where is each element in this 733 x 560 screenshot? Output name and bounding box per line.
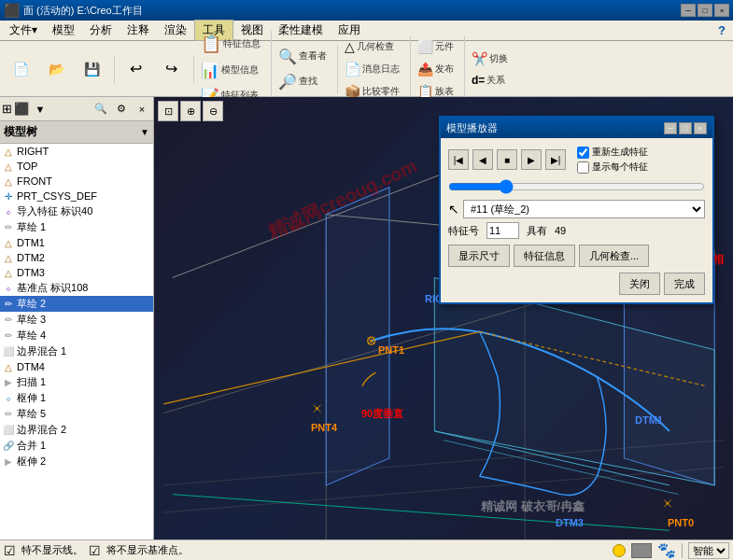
tree-item-label: 基准点 标识108	[17, 281, 88, 295]
close-done-buttons: 关闭 完成	[448, 273, 705, 295]
display-dim-button[interactable]: 显示尺寸	[448, 245, 510, 267]
left-panel: ⊞ ⬛ ▼ 🔍 ⚙ × 模型树 ▼ △ RIGHT △ TOP △	[0, 97, 154, 539]
help-icon[interactable]: ?	[712, 23, 731, 37]
element-button[interactable]: ⬜ 元件	[415, 36, 457, 57]
feature-info-button[interactable]: 📋 特征信息	[198, 31, 263, 57]
panel-search-btn[interactable]: 🔍	[92, 100, 110, 119]
slider-row	[448, 179, 705, 194]
close-button[interactable]: ×	[714, 4, 729, 17]
tree-item-dtm4[interactable]: △ DTM4	[0, 359, 153, 374]
tree-item-label: DTM4	[17, 361, 45, 372]
title-bar-left: ⬛ 面 (活动的) E:\Creo工作目	[4, 3, 143, 18]
open-button[interactable]: 📂	[39, 55, 73, 83]
feature-number-label: 特征号	[448, 224, 479, 238]
playback-controls: |◀ ◀ ■ ▶ ▶| 重新生成特征 显示每个特征	[448, 146, 705, 174]
feature-info-btn[interactable]: 特征信息	[514, 245, 575, 267]
tree-item-top[interactable]: △ TOP	[0, 159, 153, 174]
model-info-button[interactable]: 📊 模型信息	[198, 59, 263, 82]
tree-item-label: 边界混合 2	[17, 423, 66, 437]
each-feature-checkbox[interactable]	[577, 161, 589, 174]
tree-item-boundary2[interactable]: ⬜ 边界混合 2	[0, 422, 153, 438]
boundary1-icon: ⬜	[2, 345, 15, 358]
import-icon: ⬦	[2, 205, 15, 218]
zoom-out-button[interactable]: ⊖	[203, 101, 223, 121]
tree-item-front[interactable]: △ FRONT	[0, 174, 153, 189]
modal-minimize[interactable]: ─	[664, 122, 677, 134]
play-forward-button[interactable]: ▶	[521, 149, 542, 170]
tree-item-sketch4[interactable]: ✏ 草绘 4	[0, 328, 153, 343]
find-button[interactable]: 🔎 查找	[275, 70, 330, 93]
tree-item-merge1[interactable]: 🔗 合并 1	[0, 438, 153, 454]
tree-item-label: 枢伸 2	[17, 455, 46, 469]
done-button[interactable]: 完成	[664, 273, 705, 295]
modal-maximize[interactable]: □	[679, 122, 692, 134]
close-button[interactable]: 关闭	[619, 273, 660, 295]
dtm2-icon: △	[2, 251, 15, 264]
canvas-toolbar: ⊡ ⊕ ⊖	[158, 101, 223, 121]
panel-settings-btn[interactable]: ⚙	[112, 100, 131, 119]
tree-item-sweep1[interactable]: ▶ 扫描 1	[0, 374, 153, 390]
feature-dropdown[interactable]: #11 (草绘_2)	[463, 200, 705, 218]
relation-button[interactable]: d= 关系	[469, 71, 511, 90]
play-back-button[interactable]: ◀	[472, 149, 493, 170]
feature-slider[interactable]	[448, 179, 705, 194]
tree-item-extrude1[interactable]: ⬦ 枢伸 1	[0, 390, 153, 406]
tree-item-dtm3[interactable]: △ DTM3	[0, 265, 153, 280]
play-stop-button[interactable]: ■	[497, 149, 517, 170]
tree-item-prt-csys[interactable]: ✛ PRT_CSYS_DEF	[0, 189, 153, 203]
tree-item-sketch1[interactable]: ✏ 草绘 1	[0, 219, 153, 235]
menu-file[interactable]: 文件▾	[2, 21, 45, 40]
tree-item-extrude2[interactable]: ▶ 枢伸 2	[0, 454, 153, 469]
tree-item-sketch2[interactable]: ✏ 草绘 2	[0, 296, 153, 312]
geom-check-btn[interactable]: 几何检查...	[579, 245, 649, 267]
sketch-icon-2: ✏	[2, 298, 15, 311]
zoom-fit-button[interactable]: ⊡	[158, 101, 178, 121]
save-button[interactable]: 💾	[75, 55, 108, 83]
feature-number-input[interactable]	[486, 222, 519, 239]
sweep1-icon: ▶	[2, 376, 15, 389]
action-buttons: 显示尺寸 特征信息 几何检查...	[448, 245, 705, 267]
menu-render[interactable]: 渲染	[157, 21, 194, 40]
msg-log-button[interactable]: 📄 消息日志	[342, 59, 402, 79]
redo-button[interactable]: ↪	[154, 55, 188, 83]
tree-item-label: RIGHT	[17, 146, 49, 157]
tree-item-pnt-group[interactable]: ⬦ 基准点 标识108	[0, 280, 153, 296]
extrude2-icon: ▶	[2, 455, 15, 469]
modal-close[interactable]: ×	[694, 122, 707, 134]
title-bar: ⬛ 面 (活动的) E:\Creo工作目 ─ □ ×	[0, 0, 733, 21]
model-tree[interactable]: △ RIGHT △ TOP △ FRONT ✛ PRT_CSYS_DEF ⬦ 导…	[0, 144, 153, 539]
play-end-button[interactable]: ▶|	[545, 149, 566, 170]
publish-button[interactable]: 📤 发布	[415, 59, 457, 79]
menu-annotation[interactable]: 注释	[120, 21, 157, 40]
title-bar-controls[interactable]: ─ □ ×	[681, 4, 729, 17]
status-mode-select[interactable]: 智能	[688, 542, 729, 559]
menu-analysis[interactable]: 分析	[82, 21, 120, 40]
tree-item-boundary1[interactable]: ⬜ 边界混合 1	[0, 343, 153, 359]
tree-item-sketch3[interactable]: ✏ 草绘 3	[0, 312, 153, 328]
panel-menu-btn[interactable]: ▼	[31, 100, 49, 119]
datum-plane-icon-3: △	[2, 175, 15, 188]
new-button[interactable]: 📄	[4, 55, 37, 83]
csys-icon: ✛	[2, 189, 15, 203]
tree-item-dtm2[interactable]: △ DTM2	[0, 250, 153, 265]
angle-label: 90度垂直	[361, 407, 403, 421]
status-hint-1: 特不显示线。	[21, 543, 83, 557]
geom-check-button[interactable]: △ 几何检查	[342, 36, 402, 57]
tree-item-dtm1[interactable]: △ DTM1	[0, 235, 153, 250]
tree-item-import[interactable]: ⬦ 导入特征 标识40	[0, 203, 153, 219]
menu-model[interactable]: 模型	[45, 21, 82, 40]
regen-checkbox[interactable]	[577, 147, 589, 159]
menu-flex[interactable]: 柔性建模	[271, 21, 331, 40]
viewer-button[interactable]: 🔍 查看者	[275, 45, 330, 68]
tree-item-right[interactable]: △ RIGHT	[0, 144, 153, 159]
zoom-in-button[interactable]: ⊕	[180, 101, 201, 121]
tree-item-sketch5[interactable]: ✏ 草绘 5	[0, 406, 153, 422]
maximize-button[interactable]: □	[698, 4, 712, 17]
minimize-button[interactable]: ─	[681, 4, 696, 17]
panel-close-btn[interactable]: ×	[133, 100, 151, 119]
datum-plane-icon: △	[2, 145, 15, 158]
play-start-button[interactable]: |◀	[448, 149, 469, 170]
switch-button[interactable]: ✂️ 切换	[469, 49, 511, 69]
datum-plane-icon-2: △	[2, 160, 15, 173]
undo-button[interactable]: ↩	[119, 55, 152, 83]
